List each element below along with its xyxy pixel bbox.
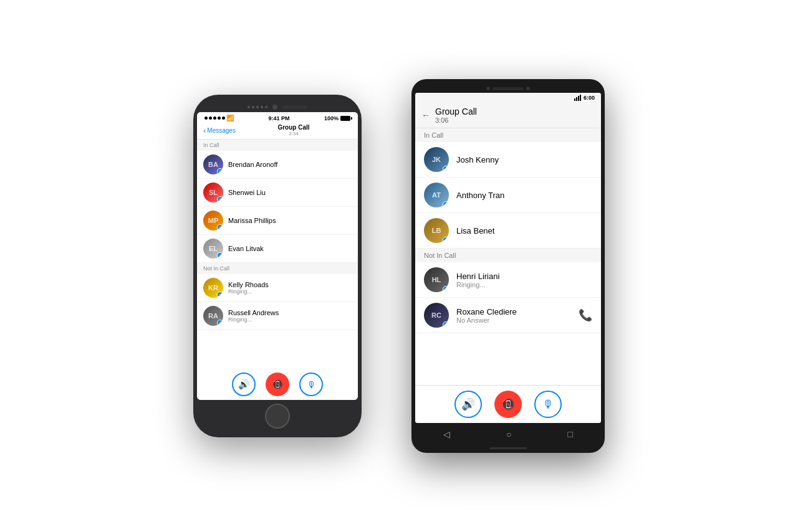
android-speaker: [493, 87, 524, 90]
contact-status: Ringing...: [228, 316, 279, 323]
iphone-camera: [272, 105, 277, 110]
android-recent-nav[interactable]: □: [560, 427, 580, 442]
list-item: RA ⚡ Russell Andrews Ringing...: [197, 302, 358, 330]
messenger-badge: ⚡: [217, 196, 223, 202]
messenger-badge: ⚡: [217, 252, 223, 259]
back-button[interactable]: ‹ Messages: [203, 126, 236, 135]
iphone-time: 9:41 PM: [268, 115, 289, 121]
messenger-icon: ⚡: [218, 321, 222, 325]
contact-name: Shenwei Liu: [228, 189, 266, 196]
list-item: SL ⚡ Shenwei Liu: [197, 179, 358, 207]
android-title-area: Group Call 3:06: [435, 107, 595, 124]
android-back-nav[interactable]: ◁: [436, 427, 458, 442]
speaker-dot-3: [256, 106, 259, 108]
messenger-badge: ⚡: [443, 286, 449, 292]
messenger-icon: ⚡: [218, 293, 222, 297]
signal-bars: [574, 95, 581, 101]
avatar-josh: JK ⚡: [424, 147, 449, 172]
avatar-lisa: LB ⚡: [424, 218, 449, 243]
speaker-dot-5: [265, 106, 267, 108]
messenger-badge: ⚡: [443, 237, 449, 243]
avatar-marissa: MP ⚡: [203, 211, 223, 230]
signal-bar-4: [580, 95, 581, 101]
battery-icon: [340, 116, 350, 121]
contact-info: Roxane Clediere No Answer: [456, 307, 517, 324]
android-device: 6:00 ← Group Call 3:06 In Call JK ⚡ Josh…: [411, 79, 605, 453]
contact-name: Marissa Phillips: [228, 217, 276, 224]
call-duration: 2:34: [236, 131, 352, 136]
messenger-icon: ⚡: [444, 287, 448, 291]
battery-percent: 100%: [324, 115, 339, 121]
avatar-anthony: AT ⚡: [424, 183, 449, 207]
android-time: 6:00: [584, 95, 595, 101]
android-not-in-call-header: Not In Call: [415, 249, 601, 262]
android-speaker-button[interactable]: 🔊: [454, 391, 482, 418]
messenger-icon: ⚡: [218, 197, 222, 201]
contact-name: Russell Andrews: [228, 309, 279, 316]
nav-title-area: Group Call 2:34: [236, 124, 352, 136]
messenger-badge: ⚡: [217, 320, 223, 326]
contact-name: Kelly Rhoads: [228, 281, 269, 288]
android-home-nav[interactable]: ○: [499, 427, 519, 442]
list-item: BA ⚡ Brendan Aronoff: [197, 151, 358, 179]
avatar-evan: EL ⚡: [203, 239, 223, 259]
contact-status: Ringing...: [228, 288, 269, 295]
messenger-badge: ⚡: [217, 292, 223, 298]
android-chin: [489, 447, 527, 449]
iphone-call-controls: 🔊 📵 🎙: [197, 366, 358, 400]
iphone-device: 📶 9:41 PM 100% ‹ Messages Group Call 2:3…: [193, 95, 362, 437]
speaker-dot-2: [252, 106, 254, 108]
android-camera-dot: [486, 87, 490, 90]
avatar-shenwei: SL ⚡: [203, 183, 223, 202]
android-mute-button[interactable]: 🎙: [534, 391, 562, 418]
contact-name: Roxane Clediere: [456, 307, 517, 316]
messenger-icon: ⚡: [218, 169, 222, 173]
android-status-bar: 6:00: [415, 93, 601, 103]
avatar-henri: HL ⚡: [424, 267, 449, 292]
messenger-badge: ⚡: [443, 201, 449, 207]
hangup-button[interactable]: 📵: [266, 373, 289, 396]
list-item: EL ⚡ Evan Litvak: [197, 235, 358, 263]
signal-dot-4: [218, 116, 221, 120]
home-button[interactable]: [265, 404, 290, 429]
android-hangup-button[interactable]: 📵: [494, 391, 522, 418]
avatar-kelly: KR ⚡: [203, 278, 223, 298]
messenger-badge: ⚡: [217, 224, 223, 230]
signal-dot-3: [213, 116, 216, 120]
messenger-icon: ⚡: [444, 323, 448, 326]
messenger-icon: ⚡: [218, 254, 222, 257]
messenger-icon: ⚡: [444, 202, 448, 206]
back-arrow-icon[interactable]: ←: [421, 110, 430, 120]
messenger-badge: ⚡: [443, 166, 449, 172]
android-nav-bar: ◁ ○ □: [415, 423, 601, 445]
signal-dot-5: [222, 116, 225, 120]
speaker-dot-1: [248, 106, 250, 108]
back-label: Messages: [207, 127, 236, 134]
android-list-item: HL ⚡ Henri Liriani Ringing...: [415, 262, 601, 298]
messenger-badge: ⚡: [443, 321, 449, 328]
signal-dots: 📶: [204, 115, 234, 121]
android-camera-area: [415, 84, 601, 93]
android-list-item: RC ⚡ Roxane Clediere No Answer 📞: [415, 298, 601, 333]
signal-dot-1: [204, 116, 208, 120]
iphone-call-list: In Call BA ⚡ Brendan Aronoff SL ⚡ Shenwe…: [197, 140, 358, 366]
android-call-duration: 3:06: [435, 116, 595, 124]
contact-status: Ringing...: [456, 281, 499, 288]
signal-dot-2: [209, 116, 212, 120]
status-right: 100%: [324, 115, 350, 121]
list-item: KR ⚡ Kelly Rhoads Ringing...: [197, 274, 358, 302]
avatar-russell: RA ⚡: [203, 306, 223, 326]
iphone-speaker-dots: [248, 106, 267, 108]
back-chevron-icon: ‹: [203, 126, 206, 135]
iphone-status-bar: 📶 9:41 PM 100%: [197, 112, 358, 123]
call-title: Group Call: [236, 124, 352, 131]
not-in-call-header: Not In Call: [197, 263, 358, 274]
battery-fill: [341, 116, 350, 120]
list-item: MP ⚡ Marissa Phillips: [197, 207, 358, 235]
speaker-button[interactable]: 🔊: [232, 373, 256, 396]
mute-button[interactable]: 🎙: [299, 373, 323, 396]
wifi-icon: 📶: [226, 115, 234, 121]
call-back-icon[interactable]: 📞: [579, 308, 592, 322]
messenger-icon: ⚡: [444, 238, 448, 242]
signal-bar-1: [574, 98, 575, 101]
